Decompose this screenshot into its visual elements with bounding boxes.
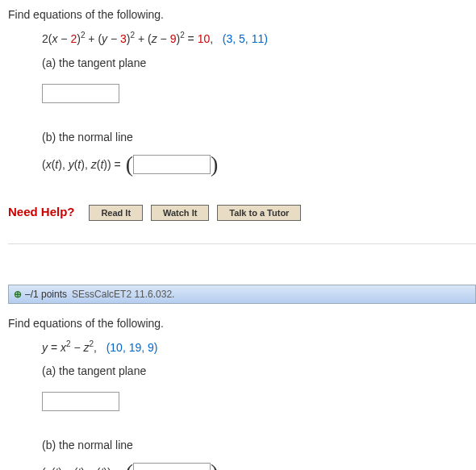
q2-header: ⊕ –/1 points SEssCalcET2 11.6.032. [8,285,476,304]
watch-it-button[interactable]: Watch It [151,205,209,221]
read-it-button[interactable]: Read It [89,205,143,221]
text: , [232,32,239,45]
need-help-row: Need Help? Read It Watch It Talk to a Tu… [8,205,476,244]
text: + ( [85,32,102,45]
text: ), [81,466,90,470]
text: = [48,340,61,353]
text: = [185,32,198,45]
right-paren-icon: ) [211,152,218,177]
tuple-label: (x(t), y(t), z(t)) = [42,466,121,470]
var: x [46,158,52,171]
text: = [111,158,121,171]
var: y [42,340,48,353]
text: − [107,32,120,45]
text: , [245,32,252,45]
var: z [91,466,97,470]
q2-normal-line: (x(t), y(t), z(t)) = ( ) [42,460,476,470]
text: )) [103,466,111,470]
num: 5 [239,32,245,45]
q2-prompt: Find equations of the following. [8,317,476,330]
source-label: SEssCalcET2 11.6.032. [72,289,174,300]
text: − [71,340,84,353]
num: 10 [198,32,211,45]
text: , [123,340,129,353]
text: ), [58,466,68,470]
var: x [61,340,66,353]
text: = [111,466,121,470]
text: ) [154,340,158,353]
text: − [57,32,70,45]
text: ), [81,158,90,171]
tuple-label: (x(t), y(t), z(t)) = [42,158,121,171]
right-paren-icon: ) [211,460,218,470]
text: )) [103,158,111,171]
q2-part-a-label: (a) the tangent plane [42,364,476,377]
q1-part-b-input[interactable] [133,155,211,174]
text: , [94,340,106,353]
text: , [210,32,223,45]
num: 9 [148,340,154,353]
q1-part-a-label: (a) the tangent plane [42,56,476,69]
q1-part-b-label: (b) the normal line [42,131,476,143]
q1-prompt: Find equations of the following. [8,8,476,21]
q2-part-a-input[interactable] [42,392,119,411]
num: 3 [120,32,127,45]
text: + ( [135,32,152,45]
text: − [157,32,170,45]
var: x [46,466,52,470]
talk-to-tutor-button[interactable]: Talk to a Tutor [217,205,301,221]
var-z: z [152,32,157,45]
expand-icon[interactable]: ⊕ [14,289,22,300]
q2-part-b-input[interactable] [133,463,211,470]
var: y [69,158,74,171]
text: , [141,340,148,353]
var: z [84,340,90,353]
num: 10 [110,340,123,353]
q2-part-b-label: (b) the normal line [42,439,476,451]
need-help-label: Need Help? [8,205,75,218]
q1-part-a-input[interactable] [42,84,119,103]
num: 19 [129,340,142,353]
left-paren-icon: ( [126,152,133,177]
num: 11 [252,32,265,45]
text: ) [264,32,268,45]
text: 2( [42,32,52,45]
points-label: –/1 points [25,289,67,300]
left-paren-icon: ( [126,460,133,470]
q1-normal-line: (x(t), y(t), z(t)) = ( ) [42,152,476,177]
var: z [91,158,97,171]
q2-equation: y = x2 − z2, (10, 19, 9) [42,339,476,354]
q1-equation: 2(x − 2)2 + (y − 3)2 + (z − 9)2 = 10, (3… [42,31,476,45]
var: y [69,466,74,470]
text: ), [58,158,68,171]
